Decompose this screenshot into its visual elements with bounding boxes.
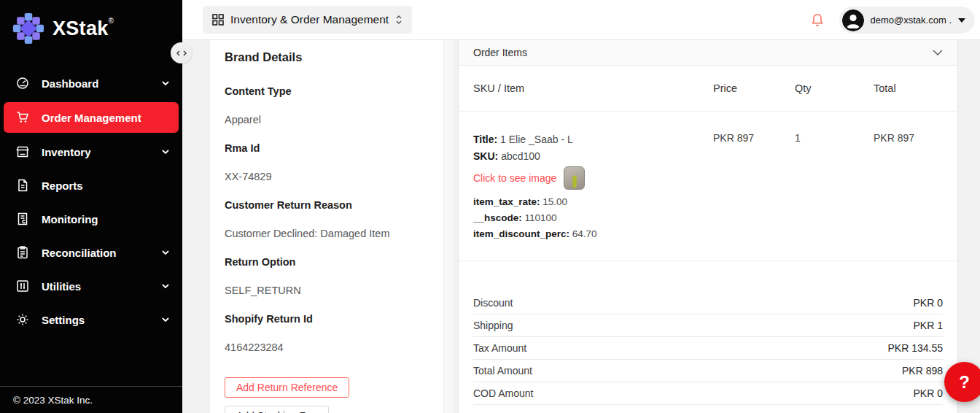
summary-label: Total Amount (473, 365, 532, 377)
monitoring-doc-icon (16, 212, 29, 225)
caret-down-icon (958, 18, 965, 23)
notification-bell-icon[interactable] (811, 13, 824, 28)
field-value-content-type: Apparel (225, 112, 430, 128)
summary-row-discount: Discount PKR 0 (473, 292, 943, 314)
summary-label: Discount (473, 297, 513, 309)
field-value-return-option: SELF_RETURN (225, 282, 430, 298)
brand-trademark: ® (109, 17, 114, 25)
copyright-text: © 2023 XStak Inc. (0, 386, 182, 413)
summary-row-tax-amount: Tax Amount PKR 134.55 (473, 337, 943, 360)
attr-label: item_tax_rate: (473, 196, 540, 207)
sidebar-collapse-button[interactable] (171, 42, 192, 63)
field-value-shopify-return-id: 4164223284 (225, 339, 430, 355)
field-label-content-type: Content Type (225, 83, 430, 99)
add-stocking-fee-button[interactable]: Add Stocking Fee (225, 406, 329, 413)
brand-name: XStak (52, 18, 109, 39)
summary-label: Tax Amount (473, 342, 526, 354)
item-sku-line: SKU: abcd100 (473, 148, 713, 165)
sidebar-item-label: Reconciliation (42, 247, 117, 259)
summary-row-shipping: Shipping PKR 1 (473, 314, 943, 337)
shopping-cart-icon (16, 111, 29, 124)
item-title-value: 1 Elie _Saab - L (500, 134, 573, 145)
report-file-icon (16, 179, 29, 192)
sidebar-item-settings[interactable]: Settings (0, 304, 182, 336)
app-switcher-button[interactable]: Inventory & Order Management (203, 6, 412, 34)
sidebar-menu: Dashboard Order Management (0, 67, 182, 336)
avatar (842, 9, 864, 31)
sidebar-item-reconciliation[interactable]: Reconciliation (0, 236, 182, 269)
attr-label: __hscode: (473, 212, 522, 223)
column-header-sku-item: SKU / Item (473, 82, 713, 94)
sidebar-item-label: Inventory (42, 146, 91, 158)
field-value-customer-return-reason: Customer Declined: Damaged Item (225, 225, 430, 242)
attr-label: item_discount_perc: (473, 228, 569, 239)
order-items-panel: Order Items SKU / Item Price Qty Total T… (458, 40, 958, 413)
apps-grid-icon (212, 14, 224, 26)
summary-row-total-amount: Total Amount PKR 898 (473, 360, 943, 382)
user-menu-button[interactable]: demo@xstak.com . (839, 7, 975, 34)
sidebar-item-label: Reports (42, 180, 83, 192)
panel-scrollbar[interactable] (443, 40, 454, 413)
panel-title: Brand Details (225, 50, 430, 64)
order-summary: Discount PKR 0 Shipping PKR 1 Tax Amount… (473, 292, 943, 405)
speedometer-icon (16, 77, 29, 90)
top-header: Inventory & Order Management demo@xstak.… (182, 0, 980, 40)
product-thumbnail[interactable] (564, 166, 585, 190)
item-total: PKR 897 (874, 131, 943, 242)
collapse-chevron-icon (933, 50, 943, 55)
sidebar-item-label: Dashboard (42, 77, 98, 90)
brand-logo: XStak® (0, 0, 182, 45)
item-title-label: Title: (473, 134, 497, 145)
item-qty: 1 (795, 131, 874, 242)
column-header-total: Total (874, 82, 943, 94)
sidebar-item-reports[interactable]: Reports (0, 169, 182, 201)
gear-icon (16, 313, 29, 326)
xstak-logo-icon (12, 12, 45, 45)
order-items-title: Order Items (473, 47, 527, 58)
sidebar-item-label: Settings (42, 314, 85, 326)
select-updown-icon (395, 14, 402, 26)
dress-image (570, 173, 579, 189)
sidebar-item-monitoring[interactable]: Monitoring (0, 203, 182, 235)
order-items-table-header: SKU / Item Price Qty Total (459, 66, 957, 112)
order-item-row: Title: 1 Elie _Saab - L SKU: abcd100 Cli… (459, 112, 957, 261)
order-items-header[interactable]: Order Items (459, 40, 957, 66)
storefront-icon (16, 145, 29, 158)
collapse-arrows-icon (176, 50, 187, 56)
attr-value: 15.00 (542, 196, 567, 207)
sidebar-item-inventory[interactable]: Inventory (0, 136, 182, 168)
clipboard-icon (16, 246, 29, 259)
item-sku-label: SKU: (473, 150, 498, 162)
summary-value: PKR 0 (914, 387, 943, 399)
help-button[interactable]: ? (944, 362, 980, 402)
chevron-down-icon (162, 284, 169, 288)
item-attr-tax-rate: item_tax_rate: 15.00 (473, 194, 713, 210)
chevron-down-icon (162, 317, 169, 322)
sidebar-item-order-management[interactable]: Order Management (4, 102, 179, 133)
click-to-see-image-link[interactable]: Click to see image (473, 172, 556, 184)
field-label-return-option: Return Option (225, 254, 430, 270)
sidebar: XStak® Dashboard Order Manage (0, 0, 182, 413)
sidebar-item-utilities[interactable]: Utilities (0, 270, 182, 302)
sidebar-item-label: Utilities (42, 280, 81, 293)
item-title-line: Title: 1 Elie _Saab - L (473, 131, 713, 148)
chevron-down-icon (162, 150, 169, 154)
summary-value: PKR 134.55 (888, 342, 944, 354)
field-label-customer-return-reason: Customer Return Reason (225, 197, 430, 213)
summary-value: PKR 0 (914, 297, 943, 309)
sidebar-item-dashboard[interactable]: Dashboard (0, 67, 182, 99)
field-value-rma-id: XX-74829 (225, 169, 430, 185)
attr-value: 64.70 (572, 228, 597, 239)
add-return-reference-button[interactable]: Add Return Reference (225, 377, 349, 398)
item-attr-discount-perc: item_discount_perc: 64.70 (473, 226, 713, 242)
summary-value: PKR 898 (902, 365, 943, 377)
summary-value: PKR 1 (914, 320, 943, 331)
item-details-cell: Title: 1 Elie _Saab - L SKU: abcd100 Cli… (473, 131, 713, 242)
brand-details-panel: Brand Details Content Type Apparel Rma I… (209, 40, 443, 413)
field-label-shopify-return-id: Shopify Return Id (225, 311, 430, 327)
sliders-icon (16, 279, 29, 293)
summary-label: Shipping (473, 320, 513, 331)
attr-value: 110100 (525, 212, 557, 223)
column-header-qty: Qty (795, 82, 874, 94)
field-label-rma-id: Rma Id (225, 140, 430, 156)
